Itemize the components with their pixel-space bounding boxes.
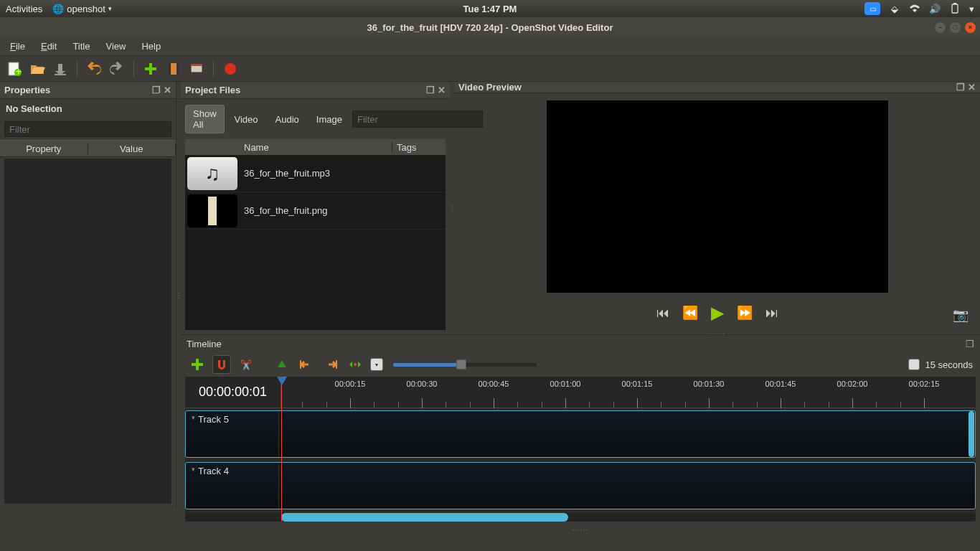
timeline-track[interactable]: ▾Track 5 xyxy=(185,410,976,458)
col-name[interactable]: Name xyxy=(240,142,392,153)
timeline-ruler[interactable]: 00:00:00:01 00:00:1500:00:3000:00:4500:0… xyxy=(185,377,976,408)
svg-rect-7 xyxy=(145,67,156,70)
zoom-scale-icon[interactable] xyxy=(908,359,920,370)
rewind-button[interactable]: ⏪ xyxy=(682,305,698,321)
svg-rect-0 xyxy=(952,4,958,13)
open-project-button[interactable] xyxy=(29,60,46,77)
choose-profile-button[interactable] xyxy=(165,60,182,77)
horizontal-scrollbar[interactable] xyxy=(185,513,976,522)
svg-text:+: + xyxy=(16,66,22,77)
app-menu[interactable]: 🌐 openshot ▾ xyxy=(52,3,112,14)
main-toolbar: + xyxy=(0,56,980,82)
svg-rect-1 xyxy=(953,3,956,4)
close-button[interactable]: × xyxy=(965,22,976,33)
zoom-slider[interactable] xyxy=(393,363,537,367)
zoom-presets-button[interactable]: ▾ xyxy=(370,358,383,371)
svg-rect-17 xyxy=(336,360,337,369)
panel-float-icon[interactable]: ❐ xyxy=(426,85,435,95)
menu-title[interactable]: Title xyxy=(65,39,97,54)
add-marker-button[interactable] xyxy=(273,355,291,374)
vertical-scrollbar[interactable] xyxy=(969,411,974,457)
app-name: openshot xyxy=(67,4,105,14)
import-files-button[interactable] xyxy=(142,60,159,77)
power-menu-icon[interactable]: ▾ xyxy=(969,4,974,14)
snap-toggle[interactable] xyxy=(212,355,231,374)
maximize-button[interactable]: □ xyxy=(950,22,961,33)
panel-close-icon[interactable]: ✕ xyxy=(968,82,976,93)
svg-rect-5 xyxy=(55,74,66,75)
razor-tool-button[interactable]: ✂️ xyxy=(237,355,255,374)
file-name: 36_for_the_fruit.png xyxy=(240,205,327,216)
svg-point-18 xyxy=(354,363,357,366)
redo-button[interactable] xyxy=(108,60,126,77)
timeline-panel: Timeline ❐ ✂️ ▾ 15 seconds xyxy=(181,334,980,534)
center-playhead-button[interactable] xyxy=(346,355,364,374)
volume-icon[interactable]: 🔊 xyxy=(929,3,941,14)
clock[interactable]: Tue 1:47 PM xyxy=(463,4,517,14)
music-note-icon: ♫ xyxy=(187,157,237,190)
file-name: 36_for_the_fruit.mp3 xyxy=(240,168,330,179)
file-row[interactable]: ♫ 36_for_the_fruit.mp3 xyxy=(185,155,446,192)
properties-body xyxy=(4,159,171,504)
snapshot-button[interactable]: 📷 xyxy=(953,307,969,323)
next-marker-button[interactable] xyxy=(321,355,340,374)
minimize-button[interactable]: – xyxy=(935,22,946,33)
col-tags[interactable]: Tags xyxy=(392,142,446,153)
menu-edit[interactable]: Edit xyxy=(34,39,64,54)
playhead[interactable] xyxy=(281,377,282,522)
svg-rect-9 xyxy=(169,63,171,75)
properties-title: Properties xyxy=(4,85,50,95)
tab-image[interactable]: Image xyxy=(309,111,349,128)
tab-video[interactable]: Video xyxy=(227,111,265,128)
properties-col-property[interactable]: Property xyxy=(0,143,88,154)
wifi-icon[interactable] xyxy=(909,3,920,14)
panel-float-icon[interactable]: ❐ xyxy=(956,82,965,93)
battery-icon[interactable] xyxy=(949,3,961,14)
jump-end-button[interactable]: ⏭ xyxy=(765,306,778,321)
tab-show-all[interactable]: Show All xyxy=(185,105,225,133)
image-thumb-icon xyxy=(187,194,237,227)
project-files-panel: Project Files ❐✕ Show All Video Audio Im… xyxy=(181,82,450,334)
video-preview-panel: Video Preview ❐✕ ⏮ ⏪ ▶ ⏩ ⏭ 📷 ······ xyxy=(454,82,980,334)
chevron-down-icon[interactable]: ▾ xyxy=(192,466,195,473)
panel-close-icon[interactable]: ✕ xyxy=(164,85,171,95)
svg-rect-10 xyxy=(176,63,179,75)
activities-button[interactable]: Activities xyxy=(6,4,42,14)
menu-help[interactable]: Help xyxy=(134,39,168,54)
properties-filter-input[interactable] xyxy=(4,121,171,137)
panel-float-icon[interactable]: ❐ xyxy=(152,85,161,95)
chevron-down-icon[interactable]: ▾ xyxy=(192,414,195,421)
zoom-app-icon[interactable]: ▭ xyxy=(864,2,880,15)
panel-float-icon[interactable]: ❐ xyxy=(966,339,974,349)
fast-forward-button[interactable]: ⏩ xyxy=(737,305,753,321)
menu-file[interactable]: File xyxy=(3,39,32,54)
dropbox-icon[interactable]: ⬙ xyxy=(889,3,900,14)
svg-rect-15 xyxy=(192,363,203,366)
properties-panel: Properties ❐✕ No Selection Property Valu… xyxy=(0,82,176,508)
properties-col-value[interactable]: Value xyxy=(88,143,176,154)
panel-close-icon[interactable]: ✕ xyxy=(438,85,446,95)
track-label: Track 5 xyxy=(198,414,229,425)
video-preview-title: Video Preview xyxy=(458,82,522,93)
tab-audio[interactable]: Audio xyxy=(268,111,306,128)
svg-rect-16 xyxy=(300,360,301,369)
timeline-track[interactable]: ▾Track 4 xyxy=(185,462,976,509)
fullscreen-button[interactable] xyxy=(188,60,205,77)
save-project-button[interactable] xyxy=(52,60,69,77)
video-canvas xyxy=(547,100,888,293)
menu-bar: File Edit Title View Help xyxy=(0,37,980,56)
menu-view[interactable]: View xyxy=(98,39,133,54)
export-video-button[interactable] xyxy=(222,60,239,77)
file-row[interactable]: 36_for_the_fruit.png xyxy=(185,192,446,230)
track-label: Track 4 xyxy=(198,466,229,476)
jump-start-button[interactable]: ⏮ xyxy=(656,306,669,321)
play-button[interactable]: ▶ xyxy=(711,303,724,323)
window-title-bar: 36_for_the_fruit [HDV 720 24p] - OpenSho… xyxy=(0,17,980,37)
no-selection-label: No Selection xyxy=(0,99,176,118)
new-project-button[interactable]: + xyxy=(6,60,23,77)
undo-button[interactable] xyxy=(85,60,103,77)
add-track-button[interactable] xyxy=(188,355,207,374)
prev-marker-button[interactable] xyxy=(297,355,316,374)
panel-resize-grip[interactable]: ······ xyxy=(181,526,980,534)
svg-rect-12 xyxy=(191,64,202,66)
